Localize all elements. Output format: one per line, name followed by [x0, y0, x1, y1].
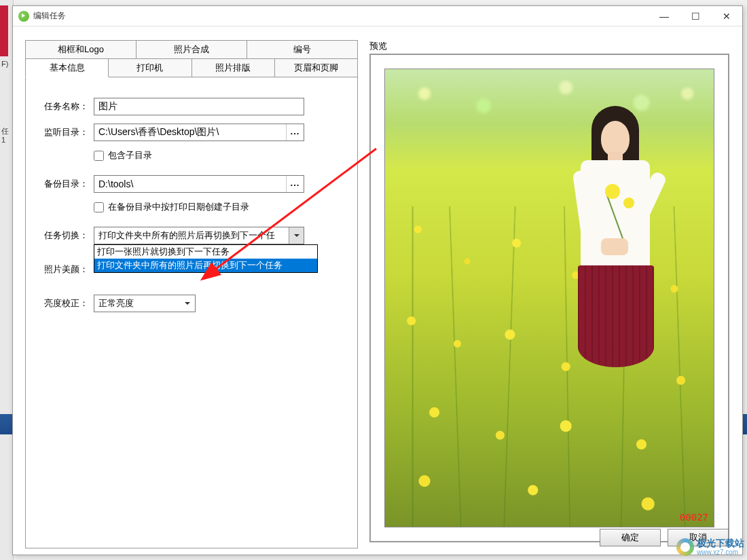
include-subdir-checkbox[interactable]	[94, 151, 104, 161]
backup-subdir-label: 在备份目录中按打印日期创建子目录	[108, 201, 249, 213]
chevron-down-icon[interactable]	[180, 295, 195, 312]
tab-photo-layout[interactable]: 照片排版	[192, 58, 275, 77]
task-switch-dropdown[interactable]: 打印文件夹中所有的照片后再切换到下一个任	[94, 227, 304, 244]
task-switch-option-1[interactable]: 打印文件夹中所有的照片后再切换到下一个任务	[94, 259, 317, 272]
bg-label-task: 任	[1, 126, 9, 136]
edit-task-dialog: 编辑任务 — ☐ ✕ 相框和Logo 照片合成 编号 基本信息 打印机 照片排版…	[12, 5, 743, 555]
listen-dir-browse-button[interactable]: ...	[286, 124, 304, 141]
task-switch-dropdown-list: 打印一张照片就切换到下一下任务 打印文件夹中所有的照片后再切换到下一个任务	[94, 244, 318, 273]
task-switch-option-0[interactable]: 打印一张照片就切换到下一下任务	[94, 245, 317, 259]
task-switch-label: 任务切换：	[33, 229, 94, 242]
tab-printer[interactable]: 打印机	[108, 58, 192, 77]
brightness-dropdown[interactable]: 正常亮度	[94, 295, 196, 312]
brightness-label: 亮度校正：	[33, 297, 94, 310]
window-title: 编辑任务	[33, 10, 66, 22]
preview-area: 00027	[369, 54, 729, 542]
minimize-button[interactable]: —	[649, 6, 680, 26]
beauty-label: 照片美颜：	[33, 263, 94, 276]
maximize-button[interactable]: ☐	[680, 6, 711, 26]
background-red-strip	[0, 5, 8, 56]
preview-image-id: 00027	[680, 512, 708, 523]
tab-basic-info[interactable]: 基本信息	[25, 58, 109, 77]
bg-label-f: F)	[1, 60, 8, 68]
bg-label-one: 1	[1, 136, 5, 144]
tab-frame-logo[interactable]: 相框和Logo	[25, 40, 136, 59]
tabs-container: 相框和Logo 照片合成 编号 基本信息 打印机 照片排版 页眉和页脚 任务名称…	[25, 40, 358, 548]
include-subdir-label: 包含子目录	[108, 149, 152, 162]
tab-number[interactable]: 编号	[247, 40, 358, 59]
backup-subdir-checkbox[interactable]	[94, 202, 104, 212]
ok-button[interactable]: 确定	[600, 529, 661, 546]
cancel-button[interactable]: 取消	[668, 529, 729, 546]
listen-dir-input[interactable]	[94, 126, 286, 139]
brightness-value: 正常亮度	[98, 297, 180, 310]
backup-dir-input[interactable]	[94, 177, 286, 191]
backup-dir-label: 备份目录：	[33, 178, 94, 190]
tab-content-basic: 任务名称： 监听目录： ... 包含子目录 备份目录：	[25, 77, 358, 548]
task-name-input[interactable]	[94, 98, 304, 115]
tab-photo-composite[interactable]: 照片合成	[136, 40, 247, 59]
preview-image: 00027	[384, 69, 714, 527]
chevron-down-icon[interactable]	[289, 227, 304, 244]
background-app-strip	[0, 0, 14, 560]
listen-dir-label: 监听目录：	[33, 126, 94, 138]
task-name-label: 任务名称：	[33, 100, 94, 113]
preview-label: 预览	[369, 40, 387, 52]
backup-dir-browse-button[interactable]: ...	[286, 176, 304, 192]
tab-header-footer[interactable]: 页眉和页脚	[274, 58, 358, 77]
titlebar: 编辑任务 — ☐ ✕	[13, 6, 742, 26]
task-switch-value: 打印文件夹中所有的照片后再切换到下一个任	[98, 229, 289, 242]
app-icon	[18, 11, 29, 22]
close-button[interactable]: ✕	[711, 6, 742, 26]
